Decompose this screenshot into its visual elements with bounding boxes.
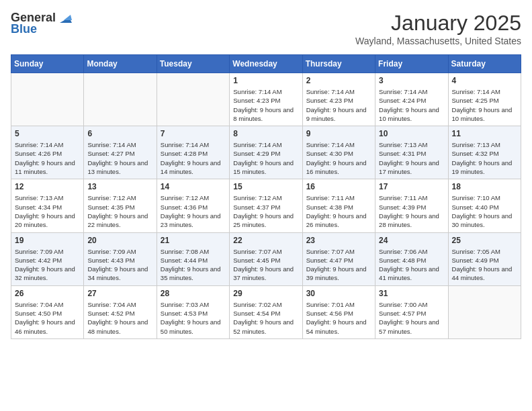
day-number: 25 [452, 236, 517, 245]
day-info: Sunrise: 7:03 AMSunset: 4:53 PMDaylight:… [161, 300, 226, 336]
day-number: 14 [161, 182, 226, 191]
weekday-header-wednesday: Wednesday [230, 55, 302, 73]
calendar-cell: 22Sunrise: 7:07 AMSunset: 4:45 PMDayligh… [230, 232, 302, 285]
calendar-cell: 31Sunrise: 7:00 AMSunset: 4:57 PMDayligh… [375, 285, 448, 338]
calendar-cell: 28Sunrise: 7:03 AMSunset: 4:53 PMDayligh… [157, 285, 229, 338]
day-number: 26 [15, 289, 80, 298]
day-info: Sunrise: 7:00 AMSunset: 4:57 PMDaylight:… [379, 300, 444, 336]
day-info: Sunrise: 7:10 AMSunset: 4:40 PMDaylight:… [452, 193, 517, 229]
day-number: 15 [233, 182, 298, 191]
day-info: Sunrise: 7:09 AMSunset: 4:43 PMDaylight:… [87, 247, 152, 283]
day-number: 13 [87, 182, 152, 191]
weekday-header-row: SundayMondayTuesdayWednesdayThursdayFrid… [11, 55, 521, 73]
weekday-header-tuesday: Tuesday [157, 55, 229, 73]
day-info: Sunrise: 7:12 AMSunset: 4:37 PMDaylight:… [233, 193, 298, 229]
weekday-header-friday: Friday [375, 55, 448, 73]
day-info: Sunrise: 7:14 AMSunset: 4:30 PMDaylight:… [306, 140, 371, 176]
calendar-cell: 11Sunrise: 7:13 AMSunset: 4:32 PMDayligh… [448, 126, 521, 179]
weekday-header-monday: Monday [84, 55, 157, 73]
calendar-cell [84, 73, 157, 126]
day-info: Sunrise: 7:04 AMSunset: 4:52 PMDaylight:… [87, 300, 152, 336]
day-number: 19 [15, 236, 80, 245]
weekday-header-sunday: Sunday [11, 55, 84, 73]
day-info: Sunrise: 7:07 AMSunset: 4:45 PMDaylight:… [233, 247, 298, 283]
day-info: Sunrise: 7:12 AMSunset: 4:35 PMDaylight:… [87, 193, 152, 229]
day-number: 21 [161, 236, 226, 245]
calendar-cell: 8Sunrise: 7:14 AMSunset: 4:29 PMDaylight… [230, 126, 302, 179]
day-number: 10 [379, 129, 444, 138]
month-title: January 2025 [355, 11, 521, 36]
calendar-cell: 13Sunrise: 7:12 AMSunset: 4:35 PMDayligh… [84, 179, 157, 232]
page-header: General Blue January 2025 Wayland, Massa… [11, 11, 521, 46]
day-number: 24 [379, 236, 444, 245]
logo-icon [57, 11, 72, 26]
calendar-cell: 1Sunrise: 7:14 AMSunset: 4:23 PMDaylight… [230, 73, 302, 126]
day-info: Sunrise: 7:09 AMSunset: 4:42 PMDaylight:… [15, 247, 80, 283]
day-info: Sunrise: 7:14 AMSunset: 4:28 PMDaylight:… [161, 140, 226, 176]
calendar-cell: 17Sunrise: 7:11 AMSunset: 4:39 PMDayligh… [375, 179, 448, 232]
calendar-cell: 9Sunrise: 7:14 AMSunset: 4:30 PMDaylight… [302, 126, 375, 179]
calendar-cell: 16Sunrise: 7:11 AMSunset: 4:38 PMDayligh… [302, 179, 375, 232]
day-info: Sunrise: 7:13 AMSunset: 4:34 PMDaylight:… [15, 193, 80, 229]
day-number: 6 [87, 129, 152, 138]
day-number: 22 [233, 236, 298, 245]
day-info: Sunrise: 7:14 AMSunset: 4:23 PMDaylight:… [233, 87, 298, 123]
day-number: 20 [87, 236, 152, 245]
day-info: Sunrise: 7:13 AMSunset: 4:31 PMDaylight:… [379, 140, 444, 176]
calendar-cell: 15Sunrise: 7:12 AMSunset: 4:37 PMDayligh… [230, 179, 302, 232]
day-number: 23 [306, 236, 371, 245]
day-number: 12 [15, 182, 80, 191]
day-info: Sunrise: 7:12 AMSunset: 4:36 PMDaylight:… [161, 193, 226, 229]
day-info: Sunrise: 7:14 AMSunset: 4:25 PMDaylight:… [452, 87, 517, 123]
calendar-cell: 25Sunrise: 7:05 AMSunset: 4:49 PMDayligh… [448, 232, 521, 285]
calendar-cell: 27Sunrise: 7:04 AMSunset: 4:52 PMDayligh… [84, 285, 157, 338]
calendar-cell: 12Sunrise: 7:13 AMSunset: 4:34 PMDayligh… [11, 179, 84, 232]
calendar-table: SundayMondayTuesdayWednesdayThursdayFrid… [11, 54, 521, 339]
logo: General Blue [11, 11, 72, 36]
calendar-cell [157, 73, 229, 126]
day-info: Sunrise: 7:11 AMSunset: 4:38 PMDaylight:… [306, 193, 371, 229]
location-title: Wayland, Massachusetts, United States [355, 36, 521, 46]
day-number: 11 [452, 129, 517, 138]
title-block: January 2025 Wayland, Massachusetts, Uni… [355, 11, 521, 46]
day-info: Sunrise: 7:02 AMSunset: 4:54 PMDaylight:… [233, 300, 298, 336]
day-info: Sunrise: 7:07 AMSunset: 4:47 PMDaylight:… [306, 247, 371, 283]
calendar-week-row: 26Sunrise: 7:04 AMSunset: 4:50 PMDayligh… [11, 285, 521, 338]
calendar-week-row: 19Sunrise: 7:09 AMSunset: 4:42 PMDayligh… [11, 232, 521, 285]
day-info: Sunrise: 7:01 AMSunset: 4:56 PMDaylight:… [306, 300, 371, 336]
day-number: 2 [306, 76, 371, 85]
calendar-cell: 4Sunrise: 7:14 AMSunset: 4:25 PMDaylight… [448, 73, 521, 126]
svg-marker-1 [64, 15, 72, 20]
logo-blue-text: Blue [11, 23, 37, 36]
calendar-cell: 2Sunrise: 7:14 AMSunset: 4:23 PMDaylight… [302, 73, 375, 126]
calendar-cell: 26Sunrise: 7:04 AMSunset: 4:50 PMDayligh… [11, 285, 84, 338]
day-info: Sunrise: 7:08 AMSunset: 4:44 PMDaylight:… [161, 247, 226, 283]
day-number: 1 [233, 76, 298, 85]
day-info: Sunrise: 7:14 AMSunset: 4:23 PMDaylight:… [306, 87, 371, 123]
weekday-header-thursday: Thursday [302, 55, 375, 73]
calendar-cell: 30Sunrise: 7:01 AMSunset: 4:56 PMDayligh… [302, 285, 375, 338]
day-info: Sunrise: 7:06 AMSunset: 4:48 PMDaylight:… [379, 247, 444, 283]
day-number: 3 [379, 76, 444, 85]
calendar-cell: 18Sunrise: 7:10 AMSunset: 4:40 PMDayligh… [448, 179, 521, 232]
day-info: Sunrise: 7:14 AMSunset: 4:27 PMDaylight:… [87, 140, 152, 176]
calendar-cell: 20Sunrise: 7:09 AMSunset: 4:43 PMDayligh… [84, 232, 157, 285]
calendar-cell: 21Sunrise: 7:08 AMSunset: 4:44 PMDayligh… [157, 232, 229, 285]
calendar-cell: 19Sunrise: 7:09 AMSunset: 4:42 PMDayligh… [11, 232, 84, 285]
day-number: 8 [233, 129, 298, 138]
calendar-cell: 7Sunrise: 7:14 AMSunset: 4:28 PMDaylight… [157, 126, 229, 179]
day-info: Sunrise: 7:04 AMSunset: 4:50 PMDaylight:… [15, 300, 80, 336]
calendar-cell: 10Sunrise: 7:13 AMSunset: 4:31 PMDayligh… [375, 126, 448, 179]
weekday-header-saturday: Saturday [448, 55, 521, 73]
day-number: 4 [452, 76, 517, 85]
day-number: 30 [306, 289, 371, 298]
day-info: Sunrise: 7:11 AMSunset: 4:39 PMDaylight:… [379, 193, 444, 229]
day-number: 31 [379, 289, 444, 298]
day-number: 28 [161, 289, 226, 298]
calendar-cell: 6Sunrise: 7:14 AMSunset: 4:27 PMDaylight… [84, 126, 157, 179]
calendar-cell: 29Sunrise: 7:02 AMSunset: 4:54 PMDayligh… [230, 285, 302, 338]
calendar-cell: 14Sunrise: 7:12 AMSunset: 4:36 PMDayligh… [157, 179, 229, 232]
day-number: 7 [161, 129, 226, 138]
calendar-week-row: 1Sunrise: 7:14 AMSunset: 4:23 PMDaylight… [11, 73, 521, 126]
day-info: Sunrise: 7:14 AMSunset: 4:26 PMDaylight:… [15, 140, 80, 176]
